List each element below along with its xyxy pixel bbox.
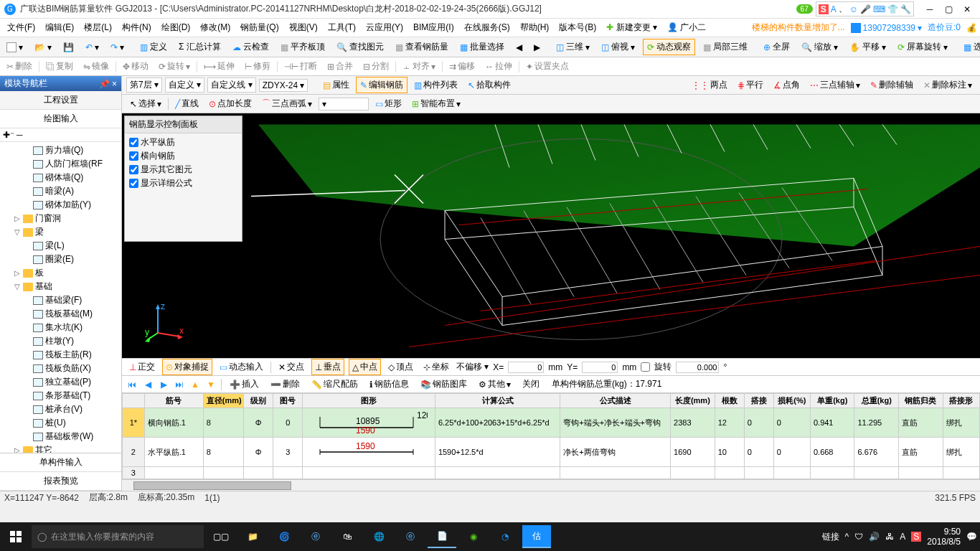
snap-coord[interactable]: ⊹ 坐标 xyxy=(420,359,452,375)
table-cell[interactable] xyxy=(435,467,560,479)
column-header[interactable]: 钢筋归类 xyxy=(899,394,943,408)
phone-label[interactable]: 13907298339 ▾ xyxy=(851,23,922,33)
tray-ime-icon[interactable]: S xyxy=(911,532,921,542)
menu-version[interactable]: 版本号(B) xyxy=(555,19,600,36)
local-3d-button[interactable]: ▦ 局部三维 xyxy=(699,39,751,55)
rebar-display-panel[interactable]: 钢筋显示控制面板 水平纵筋横向钢筋显示其它图元显示详细公式 xyxy=(124,116,242,242)
menu-file[interactable]: 文件(F) xyxy=(3,19,39,36)
nav-down[interactable]: ▼ xyxy=(205,379,217,390)
column-header[interactable]: 图形 xyxy=(303,394,435,408)
table-cell[interactable]: Φ xyxy=(244,408,273,438)
table-cell[interactable]: 0 xyxy=(744,408,773,438)
arc-options[interactable]: ▾ xyxy=(319,98,369,110)
move-button[interactable]: ✥ 移动 xyxy=(119,59,152,74)
table-cell[interactable] xyxy=(671,467,715,479)
tree-node[interactable]: 柱墩(Y) xyxy=(0,334,121,348)
rotate-input[interactable] xyxy=(676,362,719,373)
smart-layout-tool[interactable]: ⊞ 智能布置 ▾ xyxy=(408,96,464,111)
menu-cloud[interactable]: 云应用(Y) xyxy=(362,19,407,36)
overlook-button[interactable]: ◫ 俯视 ▾ xyxy=(598,39,639,55)
menu-rebar[interactable]: 钢筋量(Q) xyxy=(236,19,283,36)
pan-button[interactable]: ✋ 平移 ▾ xyxy=(846,39,890,55)
tray-lang-icon[interactable]: A xyxy=(900,532,905,542)
redo-button[interactable]: ↷▾ xyxy=(107,41,128,54)
table-cell[interactable]: 直筋 xyxy=(899,438,943,467)
new-change-button[interactable]: ✚ 新建变更 ▾ xyxy=(602,19,661,36)
rebar-lib-button[interactable]: 📚 钢筋图库 xyxy=(417,377,471,392)
offset-button[interactable]: ⇉ 偏移 xyxy=(446,59,479,74)
table-cell[interactable]: 12 xyxy=(715,408,744,438)
insert-row-button[interactable]: ➕ 插入 xyxy=(226,377,263,392)
table-cell[interactable] xyxy=(810,467,854,479)
task-app2[interactable]: 📄 xyxy=(428,525,456,548)
table-cell[interactable]: 1590 xyxy=(303,438,435,467)
display-option[interactable]: 水平纵筋 xyxy=(129,136,237,149)
tree-node[interactable]: 集水坑(K) xyxy=(0,321,121,334)
table-cell[interactable]: 2383 xyxy=(671,408,715,438)
close-panel-button[interactable]: 关闭 xyxy=(519,377,543,392)
table-cell[interactable]: 3 xyxy=(273,438,303,467)
table-cell[interactable]: 横向钢筋.1 xyxy=(144,408,203,438)
set-clamp-button[interactable]: ✦ 设置夹点 xyxy=(522,59,573,74)
tree-node[interactable]: 桩(U) xyxy=(0,416,121,430)
table-cell[interactable]: 0 xyxy=(273,408,303,438)
table-cell[interactable]: 绑扎 xyxy=(943,408,979,438)
table-cell[interactable]: 水平纵筋.1 xyxy=(144,438,203,467)
table-cell[interactable]: 6.25*d+100+2063+15*d+6.25*d xyxy=(435,408,560,438)
tree-node[interactable]: 剪力墙(Q) xyxy=(0,143,121,157)
line-tool[interactable]: ╱ 直线 xyxy=(171,96,202,111)
undo-button[interactable]: ↶▾ xyxy=(82,41,103,54)
tree-node[interactable]: 筏板负筋(X) xyxy=(0,362,121,375)
table-row[interactable]: 2水平纵筋.18Φ315901590+12.5*d净长+两倍弯钩16901000… xyxy=(123,438,980,467)
menu-floor[interactable]: 楼层(L) xyxy=(80,19,116,36)
tab-single-input[interactable]: 单构件输入 xyxy=(0,453,121,472)
parallel-button[interactable]: ⋕ 平行 xyxy=(734,77,767,93)
table-cell[interactable]: 绑扎 xyxy=(943,438,979,467)
table-cell[interactable]: 120108951590 xyxy=(303,408,435,438)
tree-node[interactable]: ▽基础 xyxy=(0,280,121,293)
menu-view[interactable]: 视图(V) xyxy=(285,19,322,36)
tree-node[interactable]: 砌体墙(Q) xyxy=(0,171,121,184)
display-option[interactable]: 显示其它图元 xyxy=(129,164,237,176)
table-cell[interactable] xyxy=(303,467,435,479)
table-cell[interactable]: 8 xyxy=(203,408,243,438)
display-checkbox[interactable] xyxy=(129,138,138,147)
display-option[interactable]: 显示详细公式 xyxy=(129,177,237,189)
table-cell[interactable]: 1690 xyxy=(671,438,715,467)
find-view-button[interactable]: 🔍 查找图元 xyxy=(333,39,387,55)
align-button[interactable]: ⫠ 对齐 ▾ xyxy=(399,59,439,74)
copy-button[interactable]: ⿻ 复制 xyxy=(42,59,77,74)
table-cell[interactable] xyxy=(943,467,979,479)
table-cell[interactable]: 0 xyxy=(773,438,810,467)
three-point-aux-button[interactable]: ⋯ 三点辅轴 ▾ xyxy=(806,77,864,93)
nav-up[interactable]: ▲ xyxy=(189,379,201,390)
break-button[interactable]: ⊣⊢ 打断 xyxy=(281,59,321,74)
tree-node[interactable]: 圈梁(E) xyxy=(0,253,121,266)
comp-list-button[interactable]: ▥ 构件列表 xyxy=(410,77,461,93)
cloud-check-button[interactable]: ☁ 云检查 xyxy=(229,39,273,55)
tree-node[interactable]: 人防门框墙(RF xyxy=(0,157,121,171)
nav-last[interactable]: ⏭ xyxy=(174,379,185,390)
display-checkbox[interactable] xyxy=(129,179,138,188)
column-header[interactable]: 单重(kg) xyxy=(810,394,854,408)
maximize-button[interactable]: ▢ xyxy=(940,3,957,16)
offset-mode[interactable]: 不偏移 ▾ xyxy=(456,361,489,373)
table-cell[interactable]: 1590+12.5*d xyxy=(435,438,560,467)
nav-prev[interactable]: ◀ xyxy=(142,379,154,390)
task-store[interactable]: 🛍 xyxy=(333,525,362,548)
delete-row-button[interactable]: ➖ 删除 xyxy=(267,377,303,392)
three-arc-tool[interactable]: ⌒ 三点画弧 ▾ xyxy=(258,96,316,111)
tab-draw-input[interactable]: 绘图输入 xyxy=(0,110,121,128)
pick-comp-button[interactable]: ↖ 拾取构件 xyxy=(464,77,514,93)
select-tool[interactable]: ↖ 选择 ▾ xyxy=(126,96,165,111)
code-select[interactable]: ZDYX-24 ▾ xyxy=(259,79,308,92)
tray-defender-icon[interactable]: 🛡 xyxy=(854,532,863,542)
menu-edit[interactable]: 编辑(E) xyxy=(41,19,78,36)
split-button[interactable]: ⊟ 分割 xyxy=(359,59,392,74)
menu-bim[interactable]: BIM应用(I) xyxy=(409,19,458,36)
table-cell[interactable]: 11.295 xyxy=(854,408,899,438)
select-floor-button[interactable]: ▦ 选择楼层 xyxy=(960,39,980,55)
credit-label[interactable]: 造价豆:0 xyxy=(928,22,961,34)
merge-button[interactable]: ⊞ 合并 xyxy=(324,59,357,74)
start-button[interactable] xyxy=(3,525,29,548)
